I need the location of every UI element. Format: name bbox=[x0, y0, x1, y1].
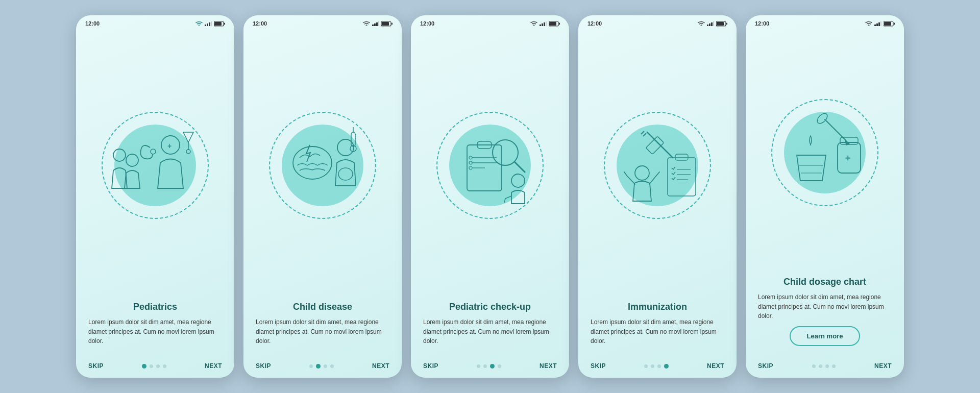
body-pediatrics: Lorem ipsum dolor sit dim amet, mea regi… bbox=[88, 317, 222, 346]
svg-rect-66 bbox=[878, 22, 880, 26]
svg-point-41 bbox=[469, 156, 472, 159]
status-bar-5: 12:00 bbox=[746, 15, 904, 30]
dots-4 bbox=[644, 364, 669, 369]
dot-1-3 bbox=[156, 364, 160, 368]
title-dosage: Child dosage chart bbox=[758, 276, 892, 288]
svg-point-13 bbox=[186, 150, 190, 154]
screen-child-disease: 12:00 bbox=[243, 15, 402, 378]
content-checkup: Pediatric check-up Lorem ipsum dolor sit… bbox=[411, 301, 569, 357]
next-btn-4[interactable]: NEXT bbox=[707, 362, 724, 370]
svg-point-21 bbox=[293, 146, 332, 179]
dot-2-3 bbox=[324, 364, 327, 368]
time-5: 12:00 bbox=[755, 20, 769, 27]
svg-rect-30 bbox=[542, 23, 543, 26]
status-bar-1: 12:00 bbox=[76, 15, 234, 30]
wifi-icon-4 bbox=[698, 21, 705, 26]
dot-2-1 bbox=[309, 364, 313, 368]
dot-1-2 bbox=[150, 364, 153, 368]
dosage-illustration: + bbox=[774, 104, 876, 201]
dot-4-1 bbox=[644, 364, 648, 368]
illustration-pediatrics: + bbox=[76, 30, 234, 301]
svg-rect-1 bbox=[207, 23, 208, 26]
svg-rect-67 bbox=[880, 21, 881, 26]
skip-btn-1[interactable]: SKIP bbox=[88, 362, 104, 370]
svg-rect-59 bbox=[668, 158, 696, 196]
dot-1-1 bbox=[142, 364, 146, 369]
title-child-disease: Child disease bbox=[256, 301, 389, 313]
svg-rect-5 bbox=[214, 22, 222, 26]
bottom-nav-5: SKIP NEXT bbox=[746, 357, 904, 378]
signal-icon-4 bbox=[707, 21, 714, 26]
illustration-immunization bbox=[578, 30, 737, 301]
dot-1-4 bbox=[163, 364, 166, 368]
content-dosage: Child dosage chart Lorem ipsum dolor sit… bbox=[746, 276, 904, 357]
skip-btn-5[interactable]: SKIP bbox=[758, 362, 773, 370]
status-bar-4: 12:00 bbox=[578, 15, 737, 30]
svg-point-75 bbox=[816, 112, 829, 126]
svg-rect-49 bbox=[711, 22, 713, 26]
wifi-icon-2 bbox=[363, 21, 370, 26]
illustration-dosage: + bbox=[746, 30, 904, 276]
signal-icon bbox=[205, 21, 212, 26]
next-btn-3[interactable]: NEXT bbox=[540, 362, 557, 370]
svg-point-58 bbox=[635, 166, 649, 180]
title-checkup: Pediatric check-up bbox=[423, 301, 557, 313]
dot-5-3 bbox=[825, 364, 829, 368]
bottom-nav-4: SKIP NEXT bbox=[578, 357, 737, 378]
svg-rect-19 bbox=[382, 22, 389, 26]
time-2: 12:00 bbox=[253, 20, 267, 27]
svg-text:+: + bbox=[167, 142, 172, 150]
svg-rect-34 bbox=[549, 22, 556, 26]
dots-1 bbox=[142, 364, 166, 369]
dot-4-4 bbox=[664, 364, 669, 369]
time-3: 12:00 bbox=[420, 20, 434, 27]
svg-rect-3 bbox=[211, 21, 212, 26]
dots-2 bbox=[309, 364, 334, 369]
skip-btn-4[interactable]: SKIP bbox=[591, 362, 606, 370]
svg-point-23 bbox=[338, 168, 353, 180]
status-icons-2 bbox=[363, 21, 393, 27]
pediatrics-illustration: + bbox=[104, 117, 206, 214]
wifi-icon bbox=[195, 21, 203, 26]
svg-rect-50 bbox=[713, 21, 714, 26]
dot-4-2 bbox=[651, 364, 654, 368]
svg-point-10 bbox=[126, 154, 138, 166]
svg-rect-47 bbox=[707, 24, 708, 26]
dot-5-2 bbox=[819, 364, 822, 368]
svg-line-54 bbox=[647, 132, 673, 158]
signal-icon-3 bbox=[540, 21, 547, 26]
skip-btn-2[interactable]: SKIP bbox=[256, 362, 271, 370]
screen-immunization: 12:00 bbox=[578, 15, 737, 378]
battery-icon-3 bbox=[549, 21, 560, 27]
svg-text:+: + bbox=[845, 153, 851, 163]
status-icons-5 bbox=[865, 21, 895, 27]
svg-rect-70 bbox=[894, 22, 895, 24]
next-btn-2[interactable]: NEXT bbox=[372, 362, 389, 370]
next-btn-5[interactable]: NEXT bbox=[874, 362, 892, 370]
svg-rect-52 bbox=[717, 22, 724, 26]
screen-dosage: 12:00 bbox=[746, 15, 904, 378]
signal-icon-2 bbox=[372, 21, 379, 26]
dot-3-2 bbox=[483, 364, 487, 368]
svg-rect-60 bbox=[675, 154, 688, 160]
svg-point-42 bbox=[469, 161, 472, 164]
signal-icon-5 bbox=[874, 21, 881, 26]
bottom-nav-2: SKIP NEXT bbox=[243, 357, 402, 378]
svg-rect-16 bbox=[376, 22, 378, 26]
next-btn-1[interactable]: NEXT bbox=[205, 362, 222, 370]
dot-4-3 bbox=[657, 364, 661, 368]
svg-point-43 bbox=[469, 166, 472, 169]
screen-checkup: 12:00 bbox=[411, 15, 569, 378]
bottom-nav-1: SKIP NEXT bbox=[76, 357, 234, 378]
learn-more-button[interactable]: Learn more bbox=[790, 326, 861, 346]
svg-rect-69 bbox=[884, 22, 891, 26]
bottom-nav-3: SKIP NEXT bbox=[411, 357, 569, 378]
svg-rect-35 bbox=[559, 22, 560, 24]
status-bar-3: 12:00 bbox=[411, 15, 569, 30]
skip-btn-3[interactable]: SKIP bbox=[423, 362, 438, 370]
content-pediatrics: Pediatrics Lorem ipsum dolor sit dim ame… bbox=[76, 301, 234, 357]
svg-line-45 bbox=[514, 162, 525, 172]
svg-point-9 bbox=[151, 149, 156, 154]
screen-pediatrics: 12:00 bbox=[76, 15, 234, 378]
svg-point-11 bbox=[113, 149, 126, 161]
